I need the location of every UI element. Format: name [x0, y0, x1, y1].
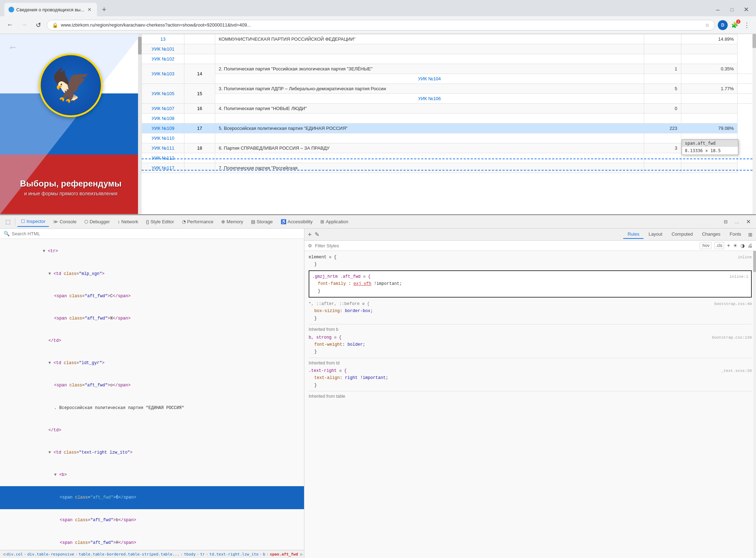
table-row: УИК №104	[142, 74, 756, 84]
tab-network[interactable]: ↕ Network	[114, 217, 142, 226]
forward-btn[interactable]: →	[18, 19, 30, 31]
add-rule-btn[interactable]: +	[308, 231, 312, 238]
breadcrumb-sep: ›	[259, 552, 262, 557]
close-btn[interactable]: ✕	[740, 4, 752, 15]
breadcrumb-item[interactable]: div.table-responsive	[27, 552, 74, 557]
devtools-right-controls: ⊟ … ✕	[721, 217, 753, 227]
tab-close-btn[interactable]: ✕	[86, 6, 93, 13]
breadcrumb-item[interactable]: b	[263, 552, 265, 557]
tab-memory[interactable]: ⊕ Memory	[218, 217, 247, 226]
page-left-panel: ← 🦅 Выборы, референдумы и иные формы пря…	[0, 34, 142, 214]
breadcrumb-bar: ◁ div.col › div.table-responsive › table…	[0, 550, 304, 558]
tab-bar: 🌐 Сведения о проводящихся вы... ✕ + – □ …	[0, 0, 756, 16]
tab-storage[interactable]: ▤ Storage	[247, 217, 276, 226]
debugger-icon: ⬡	[84, 219, 88, 224]
html-line: . Всероссийская политическая партия "ЕДИ…	[0, 397, 304, 419]
application-icon: ⊞	[320, 219, 324, 224]
tab-application[interactable]: ⊞ Application	[317, 217, 352, 226]
browser-content: ← 🦅 Выборы, референдумы и иные формы пря…	[0, 34, 756, 558]
css-selector-highlighted: .gmzj_hrtm .aft_fwd ⚙ {	[312, 273, 371, 280]
html-line: </td>	[0, 419, 304, 441]
nav-action-icons: D 🧩 2 ⋮	[718, 20, 752, 30]
css-tab-layout[interactable]: Layout	[644, 230, 666, 239]
page-subtitle-ru: и иные формы прямого волеизъявления	[0, 191, 142, 196]
css-tab-computed[interactable]: Computed	[667, 230, 697, 239]
tab-style-editor[interactable]: {} Style Editor	[142, 217, 177, 226]
css-rule-universal: *, ::after, ::before ⚙ { bootstrap.css:4…	[309, 300, 752, 322]
more-tools-btn[interactable]: …	[732, 217, 742, 227]
css-selector-text-right: .text-right ⚙ {	[309, 367, 346, 374]
css-tab-rules[interactable]: Rules	[623, 230, 643, 239]
breadcrumb-item[interactable]: div.col	[6, 552, 23, 557]
close-devtools-btn[interactable]: ✕	[743, 217, 753, 227]
color-scheme-btn[interactable]: ◑	[740, 243, 745, 248]
css-prop-value-link[interactable]: exj_vfh	[354, 281, 371, 286]
devtools-picker-icon[interactable]: ⬚	[3, 217, 13, 227]
table-row: 13 КОММУНИСТИЧЕСКАЯ ПАРТИЯ РОССИЙСКОЙ ФЕ…	[142, 34, 756, 44]
tab-title: Сведения о проводящихся вы...	[16, 7, 84, 12]
print-btn[interactable]: 🖨	[748, 243, 752, 248]
tab-performance[interactable]: ◔ Performance	[178, 217, 217, 226]
style-editor-icon: {}	[146, 219, 149, 224]
active-tab[interactable]: 🌐 Сведения о проводящихся вы... ✕	[4, 3, 97, 16]
table-row: УИК №110	[142, 133, 756, 143]
css-selector: element ⚙ {	[309, 254, 337, 261]
page-title-ru: Выборы, референдумы	[0, 179, 142, 189]
tab-accessibility[interactable]: ♿ Accessibility	[277, 217, 316, 226]
devtools: ⬚ ☐ Inspector ≫ Console ⬡ Debugger ↕ Net…	[0, 214, 756, 558]
html-content: ▼ <tr> ▼ <td class="mlp_xgn"> <span clas…	[0, 239, 304, 550]
breadcrumb-item[interactable]: tr	[200, 552, 205, 557]
security-icon: 🔒	[52, 22, 58, 28]
html-line: ▼ <tr>	[0, 240, 304, 263]
profile-icon[interactable]: D	[718, 20, 728, 30]
css-prop-name: font-family	[318, 281, 346, 286]
breadcrumb-sep: ›	[75, 552, 78, 557]
devtools-panels: 🔍 ▼ <tr> ▼ <td class="mlp_xgn"> <span cl…	[0, 229, 756, 558]
menu-btn[interactable]: ⋮	[742, 20, 752, 30]
back-btn[interactable]: ←	[4, 19, 16, 31]
css-rules-content: element ⚙ { inline } .gmzj_hrtm .aft_fwd…	[304, 251, 756, 558]
html-line: </td>	[0, 330, 304, 352]
browser-window: 🌐 Сведения о проводящихся вы... ✕ + – □ …	[0, 0, 756, 558]
add-style-btn[interactable]: +	[727, 242, 730, 249]
address-bar[interactable]: 🔒 www.izbirkom.ru/region/region/karachae…	[47, 20, 715, 30]
css-rule-highlighted: .gmzj_hrtm .aft_fwd ⚙ { inline:1 font-fa…	[309, 270, 752, 298]
new-tab-btn[interactable]: +	[98, 4, 110, 15]
page-back-arrow[interactable]: ←	[7, 41, 17, 52]
tab-console[interactable]: ≫ Console	[50, 217, 80, 226]
extensions-icon[interactable]: 🧩 2	[730, 20, 740, 30]
table-row: УИК №101	[142, 44, 756, 54]
cell-top-num: 13	[160, 36, 165, 42]
css-tab-fonts[interactable]: Fonts	[725, 230, 745, 239]
css-tab-changes[interactable]: Changes	[698, 230, 724, 239]
breadcrumb-sep: ›	[181, 552, 183, 557]
breadcrumb-forward-btn[interactable]: ▷	[300, 552, 303, 557]
table-row: УИК №117 7. Политическая партия "Российс…	[142, 163, 756, 173]
breadcrumb-item[interactable]: tbody	[184, 552, 196, 557]
reload-btn[interactable]: ↺	[33, 19, 44, 31]
css-panel-more-btn[interactable]: ⊞	[748, 232, 752, 237]
tab-inspector[interactable]: ☐ Inspector	[17, 217, 49, 227]
css-selector-b: b, strong ⚙ {	[309, 334, 342, 341]
pick-element-btn[interactable]: ✎	[315, 231, 319, 238]
minimize-btn[interactable]: –	[712, 4, 723, 15]
breadcrumb-sep: ›	[197, 552, 199, 557]
breadcrumb-item[interactable]: td.text-right.lzw_ito	[209, 552, 258, 557]
pseudo-cls-btn[interactable]: .cls	[714, 242, 724, 249]
tab-debugger[interactable]: ⬡ Debugger	[81, 217, 113, 226]
html-line-selected[interactable]: <span class="aft_fwd">б</span>	[0, 486, 304, 509]
table-row: УИК №108	[142, 114, 756, 123]
breadcrumb-active-item[interactable]: span.aft_fwd	[270, 552, 298, 557]
bookmark-icon[interactable]: ☆	[705, 22, 710, 28]
maximize-btn[interactable]: □	[726, 4, 738, 15]
html-panel: 🔍 ▼ <tr> ▼ <td class="mlp_xgn"> <span cl…	[0, 229, 304, 558]
breadcrumb-icon: ◁	[3, 552, 5, 557]
pseudo-hover-btn[interactable]: :hov	[700, 242, 711, 249]
html-line: <span class="aft_fwd">b</span>	[0, 509, 304, 531]
split-view-btn[interactable]: ⊟	[721, 217, 731, 227]
css-section-inherited-table: Inherited from table	[309, 391, 752, 401]
css-selector-universal: *, ::after, ::before ⚙ {	[309, 300, 370, 307]
light-dark-btn[interactable]: ☀	[733, 243, 738, 248]
breadcrumb-item[interactable]: table.table-bordered.table-striped.table…	[79, 552, 179, 557]
search-html-input[interactable]	[12, 231, 300, 236]
